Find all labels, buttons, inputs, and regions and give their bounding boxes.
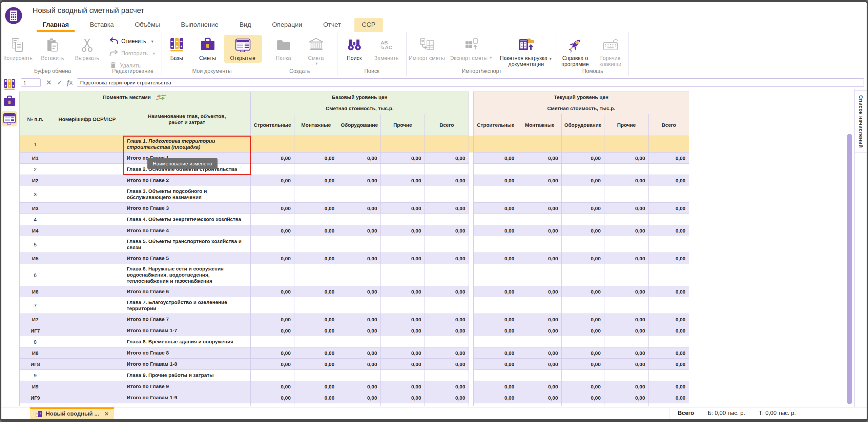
cell-name[interactable]: Глава 9. Прочие работы и затраты xyxy=(123,370,251,381)
cell-current-1[interactable] xyxy=(518,264,562,286)
new-estimate-button[interactable]: Смета ▼ xyxy=(301,35,332,67)
cell-current-3[interactable] xyxy=(604,136,649,153)
cell-num[interactable]: 7 xyxy=(20,297,51,314)
cell-current-0[interactable]: 0,00 xyxy=(474,225,518,236)
cell-base-2[interactable] xyxy=(338,336,381,347)
cell-base-0[interactable]: 0,00 xyxy=(251,359,294,370)
cell-base-0[interactable] xyxy=(251,336,294,347)
cell-base-0[interactable]: 0,00 xyxy=(251,175,294,186)
apply-edit-icon[interactable]: ✓ xyxy=(57,79,62,86)
cell-code[interactable] xyxy=(51,325,123,336)
cell-current-2[interactable]: 0,00 xyxy=(562,153,604,164)
open-documents-button[interactable]: Открытые xyxy=(224,35,262,63)
col-header-name[interactable]: Наименование глав, объектов, работ и зат… xyxy=(123,103,251,136)
cell-current-1[interactable] xyxy=(518,136,562,153)
cell-current-2[interactable]: 0,00 xyxy=(562,359,604,370)
cell-current-0[interactable]: 0,00 xyxy=(474,359,518,370)
table-row[interactable]: И3Итого по Главе 30,000,000,000,000,000,… xyxy=(20,203,689,214)
cell-code[interactable] xyxy=(51,186,123,203)
cell-base-3[interactable]: 0,00 xyxy=(381,314,425,325)
table-row[interactable]: 5Глава 5. Объекты транспортного хозяйств… xyxy=(20,236,689,253)
cell-current-1[interactable] xyxy=(518,403,562,406)
cell-base-4[interactable] xyxy=(425,186,469,203)
cell-current-2[interactable] xyxy=(562,336,604,347)
cell-num[interactable]: 5 xyxy=(20,236,51,253)
cell-base-1[interactable]: 0,00 xyxy=(294,325,338,336)
cell-base-0[interactable]: 0,00 xyxy=(251,253,294,264)
cell-current-3[interactable]: 0,00 xyxy=(604,359,649,370)
cell-current-2[interactable] xyxy=(562,164,604,175)
cell-num[interactable]: ИГ8 xyxy=(20,359,51,370)
cell-current-1[interactable]: 0,00 xyxy=(518,392,562,403)
col-header-current-оборудование[interactable]: Оборудование xyxy=(562,114,604,136)
cell-current-2[interactable] xyxy=(562,236,604,253)
cell-current-1[interactable]: 0,00 xyxy=(518,225,562,236)
undo-button[interactable]: Отменить ▼ xyxy=(109,37,157,46)
cell-base-4[interactable] xyxy=(425,136,469,153)
cell-base-0[interactable]: 0,00 xyxy=(251,203,294,214)
cell-current-2[interactable]: 0,00 xyxy=(562,347,604,359)
col-header-base-строительные[interactable]: Строительные xyxy=(251,114,294,136)
cell-base-3[interactable]: 0,00 xyxy=(381,253,425,264)
col-header-base-оборудование[interactable]: Оборудование xyxy=(338,114,381,136)
cell-base-0[interactable]: 0,00 xyxy=(251,225,294,236)
cell-base-1[interactable]: 0,00 xyxy=(294,314,338,325)
cell-current-1[interactable]: 0,00 xyxy=(518,325,562,336)
cell-current-3[interactable] xyxy=(604,403,649,406)
cell-base-3[interactable]: 0,00 xyxy=(381,359,425,370)
cell-base-2[interactable]: 0,00 xyxy=(338,359,381,370)
cut-button[interactable]: Вырезать xyxy=(70,35,104,63)
cell-current-3[interactable] xyxy=(604,186,649,203)
cell-code[interactable] xyxy=(51,347,123,359)
cell-current-2[interactable] xyxy=(562,403,604,406)
cell-current-2[interactable]: 0,00 xyxy=(562,203,604,214)
table-row[interactable]: 1Глава 1. Подготовка территории строител… xyxy=(20,136,689,153)
cell-current-0[interactable]: 0,00 xyxy=(474,153,518,164)
cell-base-2[interactable]: 0,00 xyxy=(338,347,381,359)
cell-current-3[interactable]: 0,00 xyxy=(604,175,649,186)
tab-объёмы[interactable]: Объёмы xyxy=(127,18,167,32)
cell-current-3[interactable] xyxy=(604,297,649,314)
cell-base-3[interactable]: 0,00 xyxy=(381,325,425,336)
cell-base-4[interactable] xyxy=(425,370,469,381)
cell-current-4[interactable]: 0,00 xyxy=(649,286,689,297)
cell-base-0[interactable]: 0,00 xyxy=(251,286,294,297)
hotkeys-button[interactable]: Горячиеклавиши xyxy=(594,35,627,69)
cell-base-0[interactable]: 0,00 xyxy=(251,392,294,403)
cell-current-0[interactable] xyxy=(474,214,518,225)
cell-name[interactable]: Итого по Главе 4 xyxy=(123,225,251,236)
table-row[interactable]: 3Глава 3. Объекты подсобного и обслужива… xyxy=(20,186,689,203)
cell-base-3[interactable] xyxy=(381,186,425,203)
table-row[interactable]: 10Глава 10. Содержание службы заказчика. xyxy=(20,403,689,406)
cell-name[interactable]: Итого по Главам 1-9 xyxy=(123,392,251,403)
cell-base-1[interactable] xyxy=(294,186,338,203)
swap-columns-header[interactable]: Поменять местами xyxy=(20,92,251,103)
cell-current-3[interactable]: 0,00 xyxy=(604,253,649,264)
tab-вставка[interactable]: Вставка xyxy=(82,18,121,32)
cell-base-2[interactable]: 0,00 xyxy=(338,381,381,392)
cell-code[interactable] xyxy=(51,314,123,325)
cell-current-3[interactable]: 0,00 xyxy=(604,347,649,359)
cell-current-3[interactable]: 0,00 xyxy=(604,225,649,236)
redo-button[interactable]: Повторить ▼ xyxy=(109,49,157,58)
table-row[interactable]: И4Итого по Главе 40,000,000,000,000,000,… xyxy=(20,225,689,236)
cell-current-0[interactable]: 0,00 xyxy=(474,286,518,297)
cell-name[interactable]: Глава 6. Наружные сети и сооружения водо… xyxy=(123,264,251,286)
cell-base-4[interactable] xyxy=(425,264,469,286)
cell-current-0[interactable]: 0,00 xyxy=(474,325,518,336)
cell-base-2[interactable]: 0,00 xyxy=(338,286,381,297)
table-row[interactable]: И5Итого по Главе 50,000,000,000,000,000,… xyxy=(20,253,689,264)
sidebar-bases-button[interactable] xyxy=(2,77,17,93)
cell-current-0[interactable] xyxy=(474,236,518,253)
redo-dropdown-arrow[interactable]: ▼ xyxy=(152,52,156,56)
cell-current-2[interactable]: 0,00 xyxy=(562,253,604,264)
cell-num[interactable]: И6 xyxy=(20,286,51,297)
cell-code[interactable] xyxy=(51,136,123,153)
cell-current-2[interactable] xyxy=(562,186,604,203)
cell-base-1[interactable]: 0,00 xyxy=(294,153,338,164)
cell-base-4[interactable] xyxy=(425,236,469,253)
col-header-base-всего[interactable]: Всего xyxy=(425,114,469,136)
cell-num[interactable]: 10 xyxy=(20,403,51,406)
cell-base-0[interactable]: 0,00 xyxy=(251,325,294,336)
cell-name[interactable]: Итого по Главам 1-7 xyxy=(123,325,251,336)
